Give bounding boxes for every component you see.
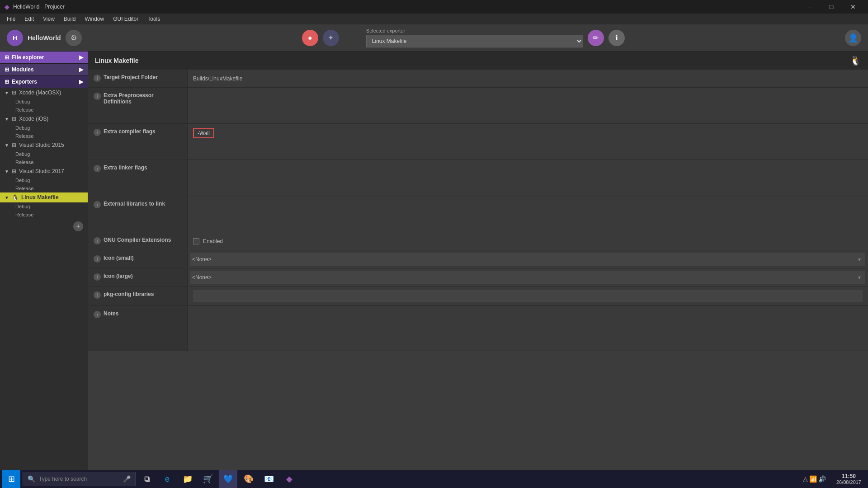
taskbar-left: ⊞ 🔍 Type here to search 🎤 ⧉ e 📁 🛒 💙 🎨 📧: [2, 470, 298, 488]
notes-textarea[interactable]: [193, 310, 863, 346]
menu-window[interactable]: Window: [80, 14, 109, 24]
taskbar-clock[interactable]: 11:50 26/08/2017: [832, 473, 866, 485]
exporter-select[interactable]: Linux Makefile Xcode (MacOSX) Xcode (iOS…: [366, 35, 583, 47]
sidebar-group-xcode-mac[interactable]: ▼ ⊞ Xcode (MacOSX): [0, 88, 88, 98]
menu-view[interactable]: View: [38, 14, 59, 24]
sidebar-item-linux-debug[interactable]: Debug: [0, 202, 88, 211]
exporters-icon: ⊞: [5, 79, 9, 85]
info-icon-button[interactable]: ℹ: [609, 30, 625, 46]
form-label-compiler-flags: i Extra compiler flags: [88, 124, 188, 160]
sidebar-item-xcode-ios-release[interactable]: Release: [0, 132, 88, 140]
info-icon-preprocessor[interactable]: i: [94, 93, 101, 100]
mail-icon: 📧: [264, 474, 274, 484]
form-row-linker-flags: i Extra linker flags: [88, 160, 868, 196]
vs2017-icon: ⊞: [12, 168, 16, 174]
close-button[interactable]: ✕: [843, 0, 863, 14]
target-folder-label-text: Target Project Folder: [104, 74, 158, 80]
vs2015-release-label: Release: [15, 160, 33, 165]
edge-icon: e: [165, 474, 170, 484]
exporters-arrow: ▶: [79, 79, 83, 85]
sidebar-item-xcode-mac-debug[interactable]: Debug: [0, 98, 88, 106]
sidebar-group-linux[interactable]: ▼ 🐧 Linux Makefile: [0, 192, 88, 202]
preprocessor-textarea[interactable]: [193, 91, 863, 118]
info-icon-compiler-flags[interactable]: i: [94, 129, 101, 136]
gnu-ext-checkbox[interactable]: [193, 238, 199, 244]
edge-button[interactable]: e: [158, 470, 176, 488]
info-icon-linker-flags[interactable]: i: [94, 165, 101, 172]
form-value-preprocessor: [188, 88, 868, 123]
menu-gui-editor[interactable]: GUI Editor: [108, 14, 143, 24]
titlebar-controls: ─ □ ✕: [799, 0, 863, 14]
gnu-ext-label-text: GNU Compiler Extensions: [104, 237, 171, 243]
add-exporter-button[interactable]: +: [73, 221, 83, 231]
tray-arrow-icon[interactable]: △: [803, 475, 808, 483]
info-icon-pkg-config[interactable]: i: [94, 291, 101, 299]
sidebar-item-vs2017-release[interactable]: Release: [0, 184, 88, 192]
menu-file[interactable]: File: [2, 14, 20, 24]
info-icon-icon-large[interactable]: i: [94, 273, 101, 281]
compiler-flags-label-text: Extra compiler flags: [104, 128, 156, 135]
minimize-button[interactable]: ─: [799, 0, 820, 14]
form-value-compiler-flags[interactable]: -Wall: [188, 124, 868, 160]
sidebar-item-vs2015-release[interactable]: Release: [0, 158, 88, 166]
task-view-button[interactable]: ⧉: [138, 470, 156, 488]
taskbar-start-button[interactable]: ⊞: [2, 470, 20, 488]
projucer-button[interactable]: ◆: [280, 470, 298, 488]
vs2015-debug-label: Debug: [15, 151, 30, 157]
project-logo: H: [7, 30, 23, 46]
form-value-gnu-ext: Enabled: [188, 232, 868, 250]
settings-button[interactable]: ⚙: [66, 30, 82, 46]
tray-network-icon[interactable]: 📶: [809, 475, 817, 483]
external-libs-textarea[interactable]: [193, 200, 863, 227]
form-value-icon-large: <None>: [188, 268, 868, 286]
sidebar-header-modules[interactable]: ⊞ Modules ▶: [0, 64, 88, 75]
clock-time: 11:50: [842, 473, 856, 479]
info-icon-external-libs[interactable]: i: [94, 201, 101, 208]
sidebar-group-xcode-ios[interactable]: ▼ ⊞ Xcode (iOS): [0, 114, 88, 124]
linker-flags-textarea[interactable]: [193, 164, 863, 191]
form-value-target-folder: Builds/LinuxMakefile: [188, 70, 868, 87]
tray-volume-icon[interactable]: 🔊: [818, 475, 826, 483]
toolbar: H HelloWorld ⚙ ● ✦ Selected exporter Lin…: [0, 24, 868, 52]
taskbar-search[interactable]: 🔍 Type here to search 🎤: [23, 472, 136, 486]
sidebar-header-exporters[interactable]: ⊞ Exporters ▶: [0, 76, 88, 88]
info-icon-target-folder[interactable]: i: [94, 75, 101, 82]
search-icon: 🔍: [28, 475, 35, 483]
info-icon-icon-small[interactable]: i: [94, 255, 101, 263]
modules-arrow: ▶: [79, 66, 83, 73]
photos-button[interactable]: 🎨: [240, 470, 258, 488]
sidebar-group-vs2017[interactable]: ▼ ⊞ Visual Studio 2017: [0, 166, 88, 176]
projucer-icon: ◆: [286, 474, 292, 484]
icon-large-select[interactable]: <None>: [190, 271, 865, 284]
menu-edit[interactable]: Edit: [20, 14, 38, 24]
vs-button[interactable]: 💙: [219, 470, 237, 488]
store-button[interactable]: 🛒: [199, 470, 217, 488]
wall-tag: -Wall: [193, 128, 214, 138]
explorer-button[interactable]: 📁: [179, 470, 197, 488]
form-row-preprocessor: i Extra Preprocessor Definitions: [88, 88, 868, 124]
menu-tools[interactable]: Tools: [143, 14, 165, 24]
sidebar-item-xcode-ios-debug[interactable]: Debug: [0, 124, 88, 132]
info-icon-notes[interactable]: i: [94, 311, 101, 318]
sidebar-section-file-explorer: ⊞ File explorer ▶: [0, 52, 88, 64]
sidebar-item-vs2015-debug[interactable]: Debug: [0, 150, 88, 158]
titlebar-left: ◆ HelloWorld - Projucer: [5, 3, 65, 10]
sidebar-item-xcode-mac-release[interactable]: Release: [0, 106, 88, 114]
run-button[interactable]: ●: [302, 30, 318, 46]
maximize-button[interactable]: □: [821, 0, 842, 14]
external-libs-label-text: External libraries to link: [104, 201, 165, 207]
menu-build[interactable]: Build: [59, 14, 80, 24]
pkg-config-input[interactable]: [193, 290, 863, 302]
mail-button[interactable]: 📧: [260, 470, 278, 488]
linux-release-label: Release: [15, 212, 33, 217]
sidebar-group-vs2015[interactable]: ▼ ⊞ Visual Studio 2015: [0, 140, 88, 150]
info-icon-gnu-ext[interactable]: i: [94, 237, 101, 244]
sidebar-exporters-header-left: ⊞ Exporters: [5, 79, 37, 85]
sidebar-item-vs2017-debug[interactable]: Debug: [0, 176, 88, 184]
vs2017-release-label: Release: [15, 186, 33, 191]
sidebar-item-linux-release[interactable]: Release: [0, 211, 88, 219]
sidebar-header-file-explorer[interactable]: ⊞ File explorer ▶: [0, 52, 88, 63]
tool-button[interactable]: ✦: [323, 30, 339, 46]
icon-small-select[interactable]: <None>: [190, 253, 865, 266]
edit-icon-button[interactable]: ✏: [588, 30, 604, 46]
